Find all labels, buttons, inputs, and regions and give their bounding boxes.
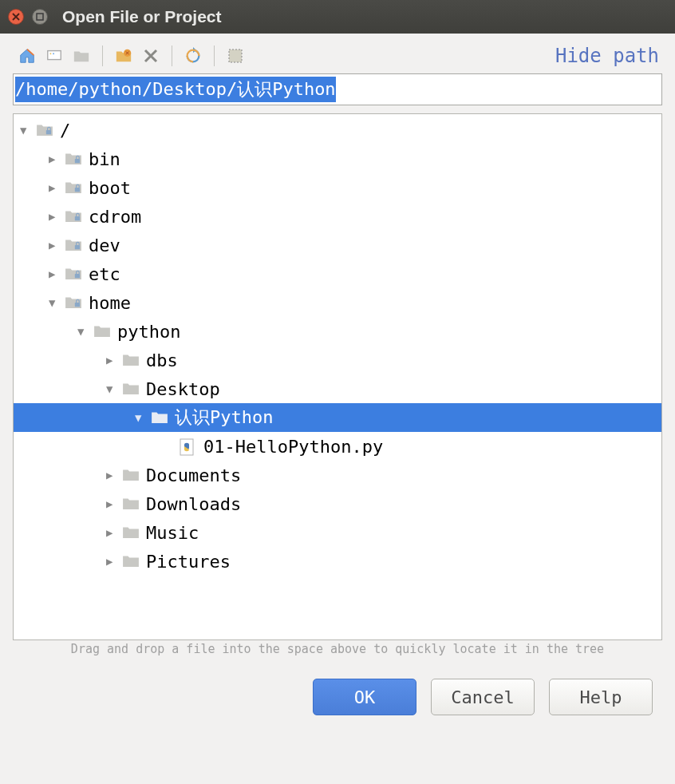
tree-node[interactable]: ▶etc — [14, 259, 661, 288]
tree-node-label: Music — [146, 523, 199, 543]
expand-icon[interactable]: ▶ — [49, 239, 65, 251]
tree-node[interactable]: ▶dev — [14, 231, 661, 259]
folder-lock-icon — [65, 208, 84, 224]
desktop-icon[interactable] — [43, 45, 65, 67]
svg-rect-11 — [75, 245, 80, 249]
expand-icon[interactable]: ▶ — [49, 152, 65, 165]
separator — [102, 46, 103, 66]
tree-node-label: bin — [89, 149, 120, 169]
cancel-button[interactable]: Cancel — [431, 679, 535, 715]
button-bar: OK Cancel Help — [0, 664, 675, 730]
pyfile-icon — [180, 438, 199, 454]
tree-node[interactable]: ▶cdrom — [14, 202, 661, 231]
folder-icon — [151, 410, 170, 426]
svg-rect-7 — [46, 130, 51, 134]
tree-node-label: home — [89, 293, 131, 313]
expand-icon[interactable]: ▼ — [135, 411, 151, 424]
folder-lock-icon — [65, 295, 84, 311]
tree-node-label: / — [60, 121, 70, 141]
tree-node-label: cdrom — [89, 207, 141, 227]
tree-node-label: dbs — [146, 350, 178, 370]
hide-path-link[interactable]: Hide path — [555, 45, 659, 67]
svg-point-2 — [50, 53, 52, 54]
folder-icon — [122, 467, 141, 483]
refresh-icon[interactable] — [182, 45, 204, 67]
tree-node[interactable]: ▼认识Python — [14, 403, 661, 432]
expand-icon[interactable]: ▶ — [49, 267, 65, 280]
expand-icon[interactable]: ▼ — [106, 382, 122, 395]
expand-icon[interactable]: ▼ — [49, 296, 65, 309]
folder-lock-icon — [65, 266, 84, 282]
tree-node[interactable]: ▼Desktop — [14, 374, 661, 403]
project-icon[interactable] — [70, 45, 93, 67]
ok-button[interactable]: OK — [313, 679, 416, 715]
minimize-icon[interactable] — [32, 9, 48, 25]
folder-lock-icon — [65, 237, 84, 253]
folder-icon — [93, 323, 112, 339]
tree-node-label: Pictures — [146, 552, 231, 572]
svg-rect-9 — [75, 188, 80, 192]
tree-node-label: Desktop — [146, 379, 220, 399]
tree-node-label: 01-HelloPython.py — [203, 437, 383, 457]
expand-icon[interactable]: ▶ — [106, 497, 122, 510]
svg-rect-1 — [48, 51, 61, 60]
expand-icon[interactable]: ▶ — [49, 181, 65, 194]
delete-icon[interactable] — [140, 45, 162, 67]
expand-icon[interactable]: ▼ — [20, 124, 36, 137]
svg-rect-13 — [75, 303, 80, 307]
folder-lock-icon — [65, 180, 84, 196]
file-tree[interactable]: ▼/▶bin▶boot▶cdrom▶dev▶etc▼home▼python▶db… — [13, 113, 662, 640]
folder-lock-icon — [36, 122, 55, 138]
titlebar: Open File or Project — [0, 0, 675, 34]
tree-node[interactable]: 01-HelloPython.py — [14, 432, 661, 461]
tree-node[interactable]: ▼python — [14, 317, 661, 346]
expand-icon[interactable]: ▼ — [77, 325, 93, 338]
tree-node-label: etc — [89, 264, 120, 284]
toolbar: Hide path — [0, 34, 675, 73]
expand-icon[interactable]: ▶ — [106, 555, 122, 568]
svg-rect-8 — [75, 159, 80, 163]
tree-node-label: 认识Python — [175, 406, 273, 430]
separator — [214, 46, 215, 66]
tree-node-label: Documents — [146, 465, 241, 485]
tree-node[interactable]: ▶dbs — [14, 346, 661, 374]
folder-icon — [122, 553, 141, 569]
show-hidden-icon[interactable] — [224, 45, 247, 67]
folder-icon — [122, 496, 141, 512]
expand-icon[interactable]: ▶ — [106, 526, 122, 539]
expand-icon[interactable]: ▶ — [106, 469, 122, 481]
svg-rect-5 — [229, 49, 242, 62]
folder-icon — [122, 525, 141, 540]
folder-lock-icon — [65, 151, 84, 167]
tree-node[interactable]: ▶Pictures — [14, 547, 661, 576]
tree-node[interactable]: ▶bin — [14, 145, 661, 173]
tree-node[interactable]: ▶boot — [14, 173, 661, 202]
tree-node[interactable]: ▶Music — [14, 518, 661, 547]
tree-node-label: dev — [89, 236, 120, 255]
close-icon[interactable] — [8, 9, 24, 25]
folder-icon — [122, 352, 141, 368]
help-button[interactable]: Help — [549, 679, 653, 715]
separator — [172, 46, 172, 66]
tree-node-label: boot — [89, 178, 131, 198]
svg-rect-10 — [75, 216, 80, 220]
svg-rect-0 — [37, 14, 43, 20]
path-input[interactable]: /home/python/Desktop/认识Python — [13, 73, 662, 105]
tree-node[interactable]: ▶Documents — [14, 461, 661, 489]
folder-icon — [122, 381, 141, 397]
tree-node-label: Downloads — [146, 494, 241, 514]
new-folder-icon[interactable] — [112, 45, 135, 67]
drag-hint: Drag and drop a file into the space abov… — [0, 640, 675, 664]
tree-node-label: python — [117, 322, 180, 342]
expand-icon[interactable]: ▶ — [49, 210, 65, 223]
window-title: Open File or Project — [62, 7, 222, 26]
tree-node[interactable]: ▼home — [14, 288, 661, 317]
path-input-value: /home/python/Desktop/认识Python — [15, 77, 336, 102]
tree-node[interactable]: ▶Downloads — [14, 489, 661, 518]
home-icon[interactable] — [16, 45, 38, 67]
expand-icon[interactable]: ▶ — [106, 354, 122, 366]
tree-node[interactable]: ▼/ — [14, 116, 661, 145]
svg-rect-12 — [75, 274, 80, 278]
svg-point-3 — [53, 53, 54, 54]
